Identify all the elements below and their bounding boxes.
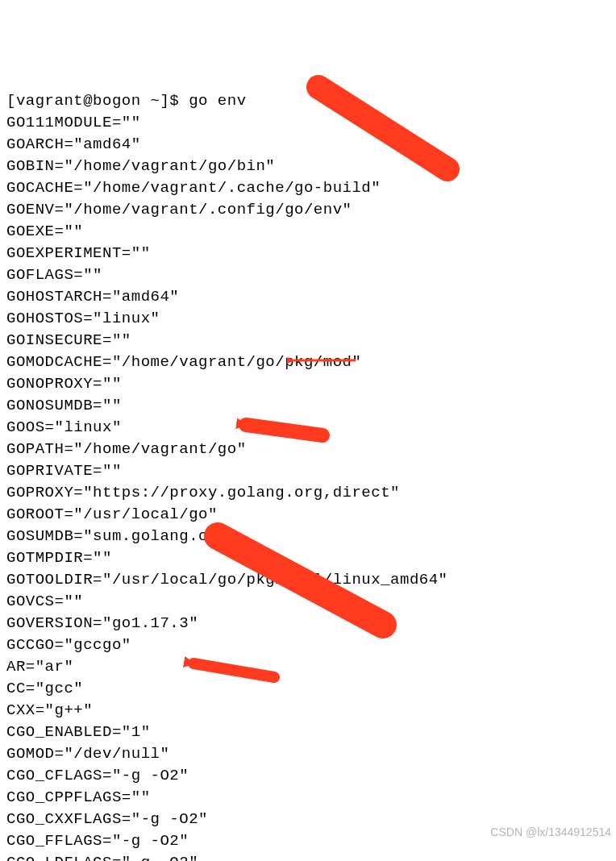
env-line-goenv: GOENV="/home/vagrant/.config/go/env" — [6, 199, 610, 221]
env-line-gonosumdb: GONOSUMDB="" — [6, 395, 610, 417]
env-line-gomod: GOMOD="/dev/null" — [6, 743, 610, 765]
env-line-gopath: GOPATH="/home/vagrant/go" — [6, 439, 610, 460]
env-line-goproxy: GOPROXY="https://proxy.golang.org,direct… — [6, 482, 610, 504]
env-line-cc: CC="gcc" — [6, 678, 610, 700]
env-line-cgo_enabled: CGO_ENABLED="1" — [6, 722, 610, 743]
env-line-gccgo: GCCGO="gccgo" — [6, 634, 610, 656]
env-line-cgo_ldflags: CGO_LDFLAGS="-g -O2" — [6, 852, 610, 861]
env-line-govcs: GOVCS="" — [6, 591, 610, 613]
env-output: GO111MODULE=""GOARCH="amd64"GOBIN="/home… — [6, 112, 610, 861]
env-line-goos: GOOS="linux" — [6, 417, 610, 439]
env-line-ar: AR="ar" — [6, 656, 610, 678]
watermark-text: CSDN @lx/1344912514 — [490, 821, 611, 843]
env-line-goinsecure: GOINSECURE="" — [6, 330, 610, 351]
env-line-goflags: GOFLAGS="" — [6, 264, 610, 286]
env-line-gotooldir: GOTOOLDIR="/usr/local/go/pkg/tool/linux_… — [6, 569, 610, 591]
env-line-gohostos: GOHOSTOS="linux" — [6, 308, 610, 330]
prompt-line: [vagrant@bogon ~]$ go env — [6, 90, 610, 112]
env-line-cgo_cppflags: CGO_CPPFLAGS="" — [6, 787, 610, 809]
env-line-gocache: GOCACHE="/home/vagrant/.cache/go-build" — [6, 177, 610, 199]
env-line-go111module: GO111MODULE="" — [6, 112, 610, 134]
env-line-gotmpdir: GOTMPDIR="" — [6, 547, 610, 569]
env-line-gonoproxy: GONOPROXY="" — [6, 373, 610, 395]
env-line-goarch: GOARCH="amd64" — [6, 134, 610, 156]
env-line-goexperiment: GOEXPERIMENT="" — [6, 243, 610, 264]
env-line-goroot: GOROOT="/usr/local/go" — [6, 504, 610, 526]
env-line-gomodcache: GOMODCACHE="/home/vagrant/go/pkg/mod" — [6, 351, 610, 373]
env-line-gobin: GOBIN="/home/vagrant/go/bin" — [6, 156, 610, 177]
env-line-goprivate: GOPRIVATE="" — [6, 460, 610, 482]
env-line-goversion: GOVERSION="go1.17.3" — [6, 613, 610, 634]
env-line-cxx: CXX="g++" — [6, 700, 610, 722]
env-line-goexe: GOEXE="" — [6, 221, 610, 243]
env-line-cgo_cflags: CGO_CFLAGS="-g -O2" — [6, 765, 610, 787]
env-line-gohostarch: GOHOSTARCH="amd64" — [6, 286, 610, 308]
env-line-gosumdb: GOSUMDB="sum.golang.org" — [6, 526, 610, 547]
